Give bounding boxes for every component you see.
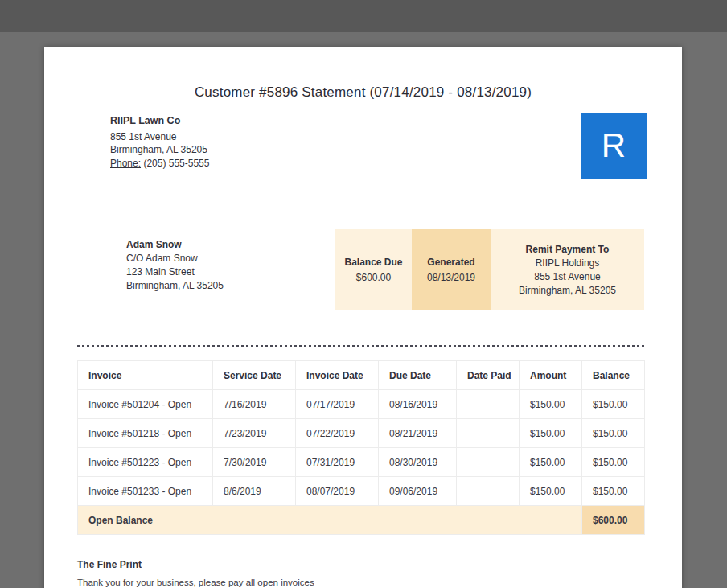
company-address-line2: Birmingham, AL 35205 bbox=[110, 143, 209, 157]
customer-care-of: C/O Adam Snow bbox=[126, 252, 224, 265]
remit-address2: Birmingham, AL 35205 bbox=[495, 285, 639, 296]
table-row: Invoice #501204 - Open 7/16/2019 07/17/2… bbox=[78, 390, 645, 419]
balance-due-label: Balance Due bbox=[340, 257, 407, 268]
open-balance-total: $600.00 bbox=[582, 506, 645, 535]
cell-due-date: 09/06/2019 bbox=[379, 477, 457, 506]
statement-page: Customer #5896 Statement (07/14/2019 - 0… bbox=[44, 47, 682, 588]
cell-date-paid bbox=[457, 448, 520, 477]
cell-balance: $150.00 bbox=[582, 477, 645, 506]
column-header-amount: Amount bbox=[520, 361, 582, 390]
phone-label: Phone: bbox=[110, 158, 141, 169]
viewer-top-shade bbox=[0, 0, 727, 32]
cell-date-paid bbox=[457, 390, 520, 419]
cell-due-date: 08/21/2019 bbox=[379, 419, 457, 448]
invoice-table: Invoice Service Date Invoice Date Due Da… bbox=[77, 360, 645, 535]
cell-balance: $150.00 bbox=[582, 448, 645, 477]
customer-street: 123 Main Street bbox=[126, 265, 224, 279]
fine-print-text: Thank you for your business, please pay … bbox=[77, 578, 314, 587]
open-balance-label: Open Balance bbox=[78, 506, 582, 535]
company-info-block: RIIPL Lawn Co 855 1st Avenue Birmingham,… bbox=[110, 114, 209, 170]
table-row: Invoice #501223 - Open 7/30/2019 07/31/2… bbox=[78, 448, 645, 477]
table-header-row: Invoice Service Date Invoice Date Due Da… bbox=[78, 361, 645, 390]
cell-invoice-date: 08/07/2019 bbox=[296, 477, 379, 506]
cell-due-date: 08/16/2019 bbox=[379, 390, 457, 419]
customer-city: Birmingham, AL 35205 bbox=[126, 279, 224, 293]
cell-amount: $150.00 bbox=[520, 448, 582, 477]
cell-invoice-date: 07/17/2019 bbox=[296, 390, 379, 419]
cell-balance: $150.00 bbox=[582, 390, 645, 419]
cell-amount: $150.00 bbox=[520, 419, 582, 448]
cell-service-date: 8/6/2019 bbox=[213, 477, 296, 506]
cell-date-paid bbox=[457, 419, 520, 448]
column-header-invoice-date: Invoice Date bbox=[296, 361, 379, 390]
balance-due-value: $600.00 bbox=[340, 272, 407, 283]
cell-amount: $150.00 bbox=[520, 390, 582, 419]
cell-balance: $150.00 bbox=[582, 419, 645, 448]
cell-service-date: 7/23/2019 bbox=[213, 419, 296, 448]
generated-value: 08/13/2019 bbox=[417, 272, 486, 283]
customer-info-block: Adam Snow C/O Adam Snow 123 Main Street … bbox=[126, 238, 224, 293]
cell-service-date: 7/16/2019 bbox=[213, 390, 296, 419]
balance-due-box: Balance Due $600.00 bbox=[335, 229, 412, 310]
remit-name: RIIPL Holdings bbox=[495, 257, 639, 269]
column-header-date-paid: Date Paid bbox=[457, 361, 520, 390]
company-address-line1: 855 1st Avenue bbox=[110, 130, 209, 144]
cell-invoice: Invoice #501204 - Open bbox=[78, 390, 213, 419]
company-phone-line: Phone: (205) 555-5555 bbox=[110, 157, 209, 171]
cell-date-paid bbox=[457, 477, 520, 506]
open-balance-row: Open Balance $600.00 bbox=[78, 506, 645, 535]
statement-title: Customer #5896 Statement (07/14/2019 - 0… bbox=[44, 84, 682, 101]
table-row: Invoice #501233 - Open 8/6/2019 08/07/20… bbox=[78, 477, 645, 506]
phone-value: (205) 555-5555 bbox=[143, 158, 209, 169]
generated-label: Generated bbox=[417, 257, 486, 268]
table-row: Invoice #501218 - Open 7/23/2019 07/22/2… bbox=[78, 419, 645, 448]
generated-box: Generated 08/13/2019 bbox=[412, 229, 491, 310]
cell-invoice: Invoice #501218 - Open bbox=[78, 419, 213, 448]
cell-invoice: Invoice #501233 - Open bbox=[78, 477, 213, 506]
customer-name: Adam Snow bbox=[126, 238, 224, 252]
cell-invoice-date: 07/31/2019 bbox=[296, 448, 379, 477]
column-header-balance: Balance bbox=[582, 361, 645, 390]
cell-invoice-date: 07/22/2019 bbox=[296, 419, 379, 448]
company-name: RIIPL Lawn Co bbox=[110, 114, 209, 128]
remit-label: Remit Payment To bbox=[495, 244, 639, 255]
summary-strip: Balance Due $600.00 Generated 08/13/2019… bbox=[335, 229, 644, 310]
fine-print-heading: The Fine Print bbox=[77, 559, 142, 570]
dashed-divider bbox=[77, 345, 644, 347]
cell-invoice: Invoice #501223 - Open bbox=[78, 448, 213, 477]
cell-due-date: 08/30/2019 bbox=[379, 448, 457, 477]
remit-payment-box: Remit Payment To RIIPL Holdings 855 1st … bbox=[491, 229, 644, 310]
cell-amount: $150.00 bbox=[520, 477, 582, 506]
company-logo: R bbox=[581, 113, 647, 179]
remit-address1: 855 1st Avenue bbox=[495, 271, 639, 282]
column-header-due-date: Due Date bbox=[379, 361, 457, 390]
column-header-invoice: Invoice bbox=[78, 361, 213, 390]
logo-letter: R bbox=[602, 129, 626, 162]
cell-service-date: 7/30/2019 bbox=[213, 448, 296, 477]
column-header-service-date: Service Date bbox=[213, 361, 296, 390]
